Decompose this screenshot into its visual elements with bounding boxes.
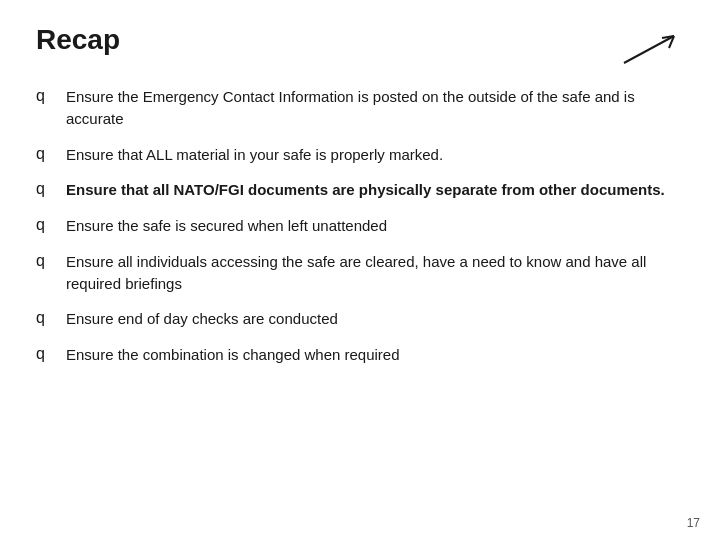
list-item: qEnsure that ALL material in your safe i… [36,144,684,166]
bullet-text: Ensure the Emergency Contact Information… [66,86,684,130]
company-logo-icon [614,28,684,68]
list-item: qEnsure the combination is changed when … [36,344,684,366]
page-title: Recap [36,24,120,56]
bullet-symbol: q [36,180,52,198]
bullet-symbol: q [36,87,52,105]
list-item: qEnsure all individuals accessing the sa… [36,251,684,295]
bullet-text: Ensure all individuals accessing the saf… [66,251,684,295]
list-item: qEnsure the safe is secured when left un… [36,215,684,237]
bullet-symbol: q [36,145,52,163]
bullet-list: qEnsure the Emergency Contact Informatio… [36,86,684,366]
bullet-symbol: q [36,309,52,327]
bullet-text: Ensure the combination is changed when r… [66,344,400,366]
page-header: Recap [36,24,684,68]
page-container: Recap qEnsure the Emergency Contact Info… [0,0,720,540]
list-item: qEnsure end of day checks are conducted [36,308,684,330]
bullet-symbol: q [36,252,52,270]
bullet-text: Ensure end of day checks are conducted [66,308,338,330]
bullet-text: Ensure that all NATO/FGI documents are p… [66,179,665,201]
svg-line-0 [624,36,674,63]
bullet-text: Ensure that ALL material in your safe is… [66,144,443,166]
logo-area [614,28,684,68]
bullet-symbol: q [36,216,52,234]
page-number: 17 [687,516,700,530]
list-item: qEnsure that all NATO/FGI documents are … [36,179,684,201]
bullet-symbol: q [36,345,52,363]
bullet-text: Ensure the safe is secured when left una… [66,215,387,237]
list-item: qEnsure the Emergency Contact Informatio… [36,86,684,130]
